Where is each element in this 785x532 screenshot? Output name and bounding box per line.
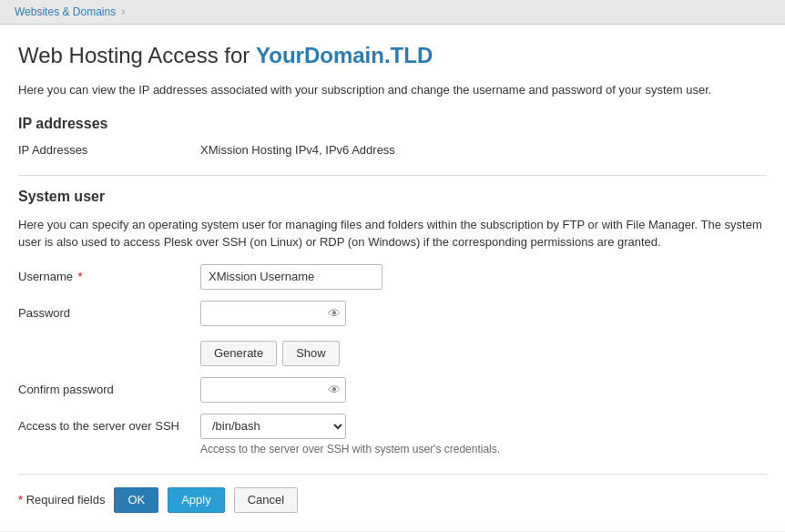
page-title-prefix: Web Hosting Access for (18, 43, 250, 67)
ok-button[interactable]: OK (114, 487, 158, 513)
breadcrumb-link[interactable]: Websites & Domains (15, 5, 116, 18)
generate-show-group: Generate Show (18, 337, 767, 366)
username-label: Username * (18, 264, 200, 283)
confirm-password-input[interactable] (200, 377, 346, 403)
ssh-control-wrapper: /bin/bash /bin/sh forbid chroot /bin/bas… (200, 414, 500, 455)
required-star: * (18, 493, 23, 506)
password-wrapper: 👁 (200, 301, 346, 326)
system-user-description: Here you can specify an operating system… (18, 216, 767, 251)
confirm-password-eye-icon[interactable]: 👁 (328, 383, 341, 397)
password-eye-icon[interactable]: 👁 (328, 306, 341, 321)
page-wrapper: Websites & Domains › Web Hosting Access … (0, 0, 785, 532)
cancel-button[interactable]: Cancel (234, 487, 298, 513)
ip-row: IP Addresses XMission Hosting IPv4, IPv6… (18, 143, 767, 157)
generate-label-spacer (18, 337, 200, 343)
username-group: Username * (18, 264, 767, 290)
generate-button[interactable]: Generate (200, 341, 277, 366)
password-group: Password 👁 (18, 301, 767, 326)
breadcrumb-bar: Websites & Domains › (0, 0, 785, 25)
footer-bar: * Required fields OK Apply Cancel (18, 474, 767, 513)
password-label: Password (18, 301, 200, 320)
ip-section-title: IP addresses (18, 116, 767, 132)
ip-section: IP addresses IP Addresses XMission Hosti… (18, 116, 767, 157)
confirm-password-label: Confirm password (18, 377, 200, 396)
main-content: Web Hosting Access for YourDomain.TLD He… (0, 25, 785, 531)
ssh-group: Access to the server over SSH /bin/bash … (18, 414, 767, 455)
breadcrumb-separator: › (121, 5, 125, 18)
generate-show-buttons: Generate Show (200, 341, 340, 366)
ip-value: XMission Hosting IPv4, IPv6 Address (200, 143, 395, 157)
page-title: Web Hosting Access for YourDomain.TLD (18, 43, 767, 68)
ssh-select[interactable]: /bin/bash /bin/sh forbid chroot /bin/bas… (200, 414, 346, 439)
ssh-label: Access to the server over SSH (18, 414, 200, 433)
required-text: Required fields (26, 493, 106, 506)
username-required-star: * (78, 270, 83, 283)
username-input[interactable] (200, 264, 382, 290)
ssh-hint: Access to the server over SSH with syste… (200, 443, 500, 455)
section-divider (18, 175, 767, 176)
required-note: * Required fields (18, 493, 105, 506)
confirm-password-group: Confirm password 👁 (18, 377, 767, 403)
system-user-section: System user Here you can specify an oper… (18, 189, 767, 455)
domain-name: YourDomain.TLD (256, 43, 433, 67)
ip-label: IP Addresses (18, 143, 200, 157)
page-description: Here you can view the IP addresses assoc… (18, 81, 767, 99)
apply-button[interactable]: Apply (168, 487, 225, 513)
password-input[interactable] (200, 301, 346, 326)
show-button[interactable]: Show (282, 341, 340, 366)
system-user-title: System user (18, 189, 767, 205)
confirm-password-wrapper: 👁 (200, 377, 346, 403)
